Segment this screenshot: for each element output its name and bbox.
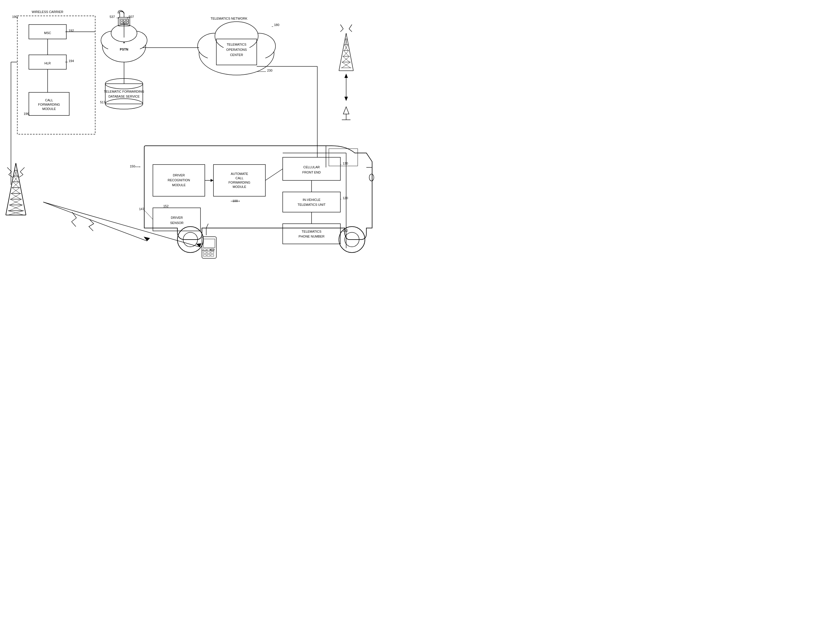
operations-center-number: 230 <box>267 69 272 72</box>
msc-label: MSC <box>44 31 51 35</box>
wireless-carrier-number: 190 <box>12 15 17 18</box>
cfe-label-1: CELLULAR <box>303 166 320 169</box>
acfm-number: 100 <box>232 199 238 203</box>
svg-line-75 <box>340 24 343 29</box>
vehicle-150: 150 <box>130 164 135 168</box>
svg-line-42 <box>72 222 76 227</box>
tower-to-vehicle-arrow <box>144 237 150 241</box>
call-forwarding-label-1: CALL <box>45 98 53 102</box>
svg-point-110 <box>369 174 374 181</box>
svg-point-70 <box>215 22 258 51</box>
svg-line-40 <box>72 212 76 218</box>
mobile-phone <box>202 224 216 258</box>
db-label-2: DATABASE SERVICE <box>108 95 140 98</box>
svg-line-11 <box>20 172 23 175</box>
svg-rect-129 <box>207 252 210 253</box>
diagram-container: WIRELESS CARRIER 190 MSC 192 HLR 194 CAL… <box>0 0 420 310</box>
svg-rect-54 <box>123 22 126 23</box>
cfe-number: 130 <box>343 162 348 165</box>
call-forwarding-label-3: MODULE <box>42 107 56 111</box>
cell-tower-right <box>339 24 353 71</box>
ds-label-1: DRIVER <box>171 216 183 220</box>
svg-rect-133 <box>211 254 214 256</box>
driver-sensor-box <box>153 208 201 231</box>
antenna-symbol <box>343 107 349 114</box>
tpn-label-2: PHONE NUMBER <box>298 235 324 238</box>
tpn-label-1: TELEMATICS <box>302 230 321 233</box>
svg-rect-130 <box>211 252 214 253</box>
acfm-label-4: MODULE <box>232 185 246 188</box>
drm-label-3: MODULE <box>172 183 186 187</box>
cell-tower-left <box>6 163 26 215</box>
svg-marker-98 <box>344 74 348 78</box>
db-label-1: TELEMATIC FORWARDING <box>104 90 144 93</box>
telematics-network: TELEMATICS OPERATIONS CENTER <box>198 22 276 75</box>
toc-label-1: TELEMATICS <box>227 43 246 46</box>
svg-line-12 <box>19 175 23 178</box>
acfm-label-1: AUTOMATE <box>231 172 248 176</box>
drm-label-1: DRIVER <box>173 173 185 177</box>
wireless-carrier-label: WIRELESS CARRIER <box>32 10 63 14</box>
ivtu-box <box>283 192 340 212</box>
svg-line-41 <box>72 218 76 222</box>
svg-rect-124 <box>203 239 215 248</box>
hlr-number: 194 <box>69 59 74 63</box>
toc-label-2: OPERATIONS <box>226 48 247 51</box>
telephone-507: 507 <box>129 15 134 18</box>
phone-402: 402 <box>209 248 214 252</box>
acfm-label-3: FORWARDING <box>228 181 250 184</box>
svg-line-122 <box>206 224 208 228</box>
svg-rect-131 <box>203 254 206 256</box>
svg-rect-128 <box>203 252 206 253</box>
svg-rect-125 <box>203 249 206 251</box>
pstn-label: PSTN <box>120 48 128 51</box>
tpn-number: 132 <box>343 229 348 232</box>
svg-rect-50 <box>121 20 123 21</box>
svg-rect-132 <box>207 254 210 256</box>
db-number: 517 <box>100 101 105 104</box>
tpn-box <box>283 224 340 244</box>
svg-rect-51 <box>123 20 126 21</box>
svg-rect-62 <box>105 84 143 104</box>
svg-line-76 <box>340 29 343 32</box>
svg-line-78 <box>349 29 352 32</box>
cellular-front-end-box <box>283 157 340 181</box>
svg-line-10 <box>20 167 24 172</box>
svg-marker-99 <box>344 97 348 101</box>
telematics-network-label: TELEMATICS NETWORK <box>211 17 248 20</box>
svg-marker-115 <box>211 179 213 182</box>
svg-line-79 <box>339 33 346 71</box>
cfe-label-2: FRONT END <box>302 171 321 174</box>
call-forwarding-label-2: FORWARDING <box>38 103 60 106</box>
svg-line-80 <box>346 33 353 71</box>
sensor-147: 147 <box>139 207 144 211</box>
drm-label-2: RECOGNITION <box>168 178 190 182</box>
hlr-label: HLR <box>44 62 51 65</box>
ivtu-label-2: TELEMATICS UNIT <box>298 203 326 206</box>
telematics-network-number: 180 <box>274 23 279 27</box>
toc-label-3: CENTER <box>230 53 243 57</box>
acfm-to-cfe-line <box>266 169 283 181</box>
ds-label-2: SENSOR <box>170 221 184 224</box>
ivtu-label-1: IN-VEHICLE <box>303 198 321 202</box>
svg-line-77 <box>349 24 352 29</box>
svg-rect-53 <box>121 22 123 23</box>
telephone-537: 537 <box>110 15 115 18</box>
ivtu-number: 120 <box>343 196 348 200</box>
svg-line-120 <box>144 209 153 220</box>
tower-to-vehicle-line <box>43 202 147 241</box>
vehicle <box>144 146 374 253</box>
acfm-label-2: CALL <box>236 176 243 180</box>
call-forwarding-number: 196 <box>24 112 29 116</box>
ds-number: 152 <box>163 205 168 208</box>
